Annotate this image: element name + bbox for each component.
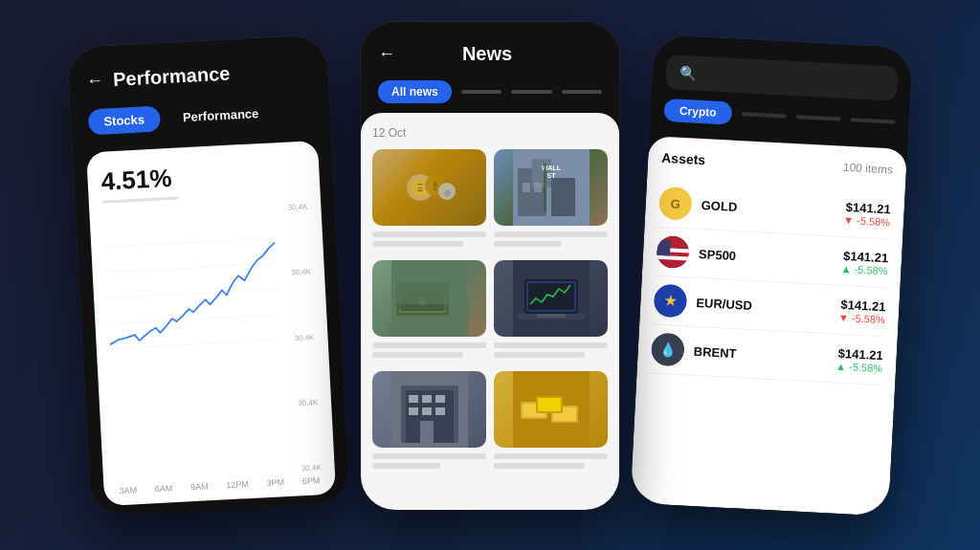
assets-header: Assets 100 items <box>661 149 894 177</box>
news-item-2[interactable]: WALL ST <box>494 149 608 251</box>
back-button-perf[interactable]: ← <box>86 70 104 91</box>
y-label-3: 30,4K <box>294 332 314 341</box>
y-label-1: 30,4K <box>287 202 307 211</box>
asset-right-sp500: $141.21 ▲ -5.58% <box>840 248 888 276</box>
news-item-1[interactable]: Ξ ₿ ◎ <box>372 149 486 251</box>
news-line-7 <box>494 342 608 348</box>
perf-title: Performance <box>113 62 231 90</box>
asset-name-sp500: SP500 <box>699 246 737 262</box>
chart-subtitle-bar <box>102 196 179 203</box>
news-text-1 <box>372 231 486 247</box>
news-img-laptop <box>494 260 608 337</box>
asset-price-sp500: $141.21 <box>841 248 889 265</box>
svg-rect-33 <box>537 314 566 318</box>
news-tab-bar-3 <box>562 90 602 94</box>
performance-chart <box>102 204 280 365</box>
news-line-6 <box>372 352 463 358</box>
news-row-3 <box>372 371 608 473</box>
news-text-3 <box>372 342 486 358</box>
asset-left-gold: G GOLD <box>658 186 738 222</box>
search-bar[interactable]: 🔍 <box>665 54 899 100</box>
svg-rect-14 <box>551 178 575 216</box>
crypto-tab-bar-3 <box>850 118 895 123</box>
chart-area: 4.51% 30,4K 30,4K <box>86 140 336 505</box>
asset-icon-sp500 <box>656 234 690 269</box>
tab-all-news[interactable]: All news <box>378 80 452 103</box>
assets-title: Assets <box>661 149 706 166</box>
time-3am: 3AM <box>119 485 137 495</box>
news-header: ← News <box>361 22 619 77</box>
news-tab-bar-1 <box>461 90 501 94</box>
news-title: News <box>409 43 566 65</box>
svg-rect-20 <box>544 164 546 211</box>
asset-right-brent: $141.21 ▲ -5.58% <box>835 345 883 374</box>
svg-rect-16 <box>523 183 530 192</box>
asset-change-brent: ▲ -5.58% <box>835 360 882 374</box>
crypto-tab-row: Crypto <box>663 98 896 141</box>
crypto-tab-bar-2 <box>795 115 840 121</box>
svg-text:₿: ₿ <box>433 182 437 191</box>
news-row-2: $ <box>372 260 608 362</box>
crypto-tab-bar-1 <box>741 112 786 118</box>
search-input[interactable] <box>703 66 885 90</box>
svg-rect-39 <box>435 395 445 403</box>
asset-right-gold: $141.21 ▼ -5.58% <box>843 199 891 228</box>
asset-icon-brent: 💧 <box>651 332 685 366</box>
news-line-4 <box>494 241 562 247</box>
news-date: 12 Oct <box>372 126 608 140</box>
asset-change-eurusd: ▼ -5.58% <box>838 311 885 325</box>
news-scroll[interactable]: 12 Oct Ξ ₿ ◎ <box>361 113 619 510</box>
chart-percentage: 4.51% <box>100 156 306 196</box>
news-img-building <box>372 371 486 448</box>
asset-name-gold: GOLD <box>701 197 737 213</box>
scene: ← Performance Stocks Performance 4.51% <box>0 0 980 550</box>
news-item-4[interactable] <box>494 260 608 362</box>
time-9am: 9AM <box>190 481 209 492</box>
svg-text:💧: 💧 <box>659 341 678 359</box>
tab-crypto[interactable]: Crypto <box>663 98 732 124</box>
asset-right-eurusd: $141.21 ▼ -5.58% <box>838 297 886 325</box>
y-label-2: 30,4K <box>291 267 311 276</box>
search-icon: 🔍 <box>679 64 697 80</box>
svg-line-3 <box>108 314 278 322</box>
news-line-8 <box>494 352 585 358</box>
news-row-1: Ξ ₿ ◎ <box>372 149 608 251</box>
news-line-3 <box>494 231 608 237</box>
svg-text:◎: ◎ <box>443 188 450 197</box>
phone-news: ← News All news 12 Oct <box>361 22 619 510</box>
news-item-5[interactable] <box>372 371 486 473</box>
time-6pm: 6PM <box>302 475 321 486</box>
asset-change-gold: ▼ -5.58% <box>843 213 890 228</box>
asset-left-brent: 💧 BRENT <box>651 332 737 369</box>
svg-rect-37 <box>409 395 418 403</box>
news-text-2 <box>494 231 608 247</box>
svg-text:G: G <box>670 196 680 211</box>
asset-price-brent: $141.21 <box>836 345 884 363</box>
asset-price-gold: $141.21 <box>844 199 892 216</box>
news-text-5 <box>372 453 486 469</box>
news-line-9 <box>372 453 486 459</box>
back-button-news[interactable]: ← <box>378 44 395 64</box>
asset-left-eurusd: ★ EUR/USD <box>654 283 753 320</box>
svg-line-4 <box>110 340 280 348</box>
time-6am: 6AM <box>155 483 173 494</box>
assets-area: Assets 100 items G GOLD <box>630 136 907 517</box>
news-item-6[interactable] <box>494 371 608 473</box>
news-item-3[interactable]: $ <box>372 260 486 362</box>
svg-rect-38 <box>422 395 432 403</box>
svg-rect-27 <box>396 275 449 304</box>
news-img-crypto: Ξ ₿ ◎ <box>372 149 486 226</box>
svg-rect-43 <box>420 421 434 443</box>
svg-text:ST: ST <box>546 172 556 179</box>
news-tab-row: All news <box>361 77 619 113</box>
svg-rect-42 <box>435 407 445 415</box>
tab-stocks[interactable]: Stocks <box>88 105 161 135</box>
svg-rect-40 <box>409 407 418 415</box>
svg-rect-41 <box>422 407 432 415</box>
tab-performance[interactable]: Performance <box>167 99 275 131</box>
svg-text:★: ★ <box>664 293 678 309</box>
asset-left-sp500: SP500 <box>656 234 737 271</box>
y-label-5: 30,4K <box>301 463 322 473</box>
asset-price-eurusd: $141.21 <box>838 297 886 314</box>
news-text-4 <box>494 342 608 358</box>
